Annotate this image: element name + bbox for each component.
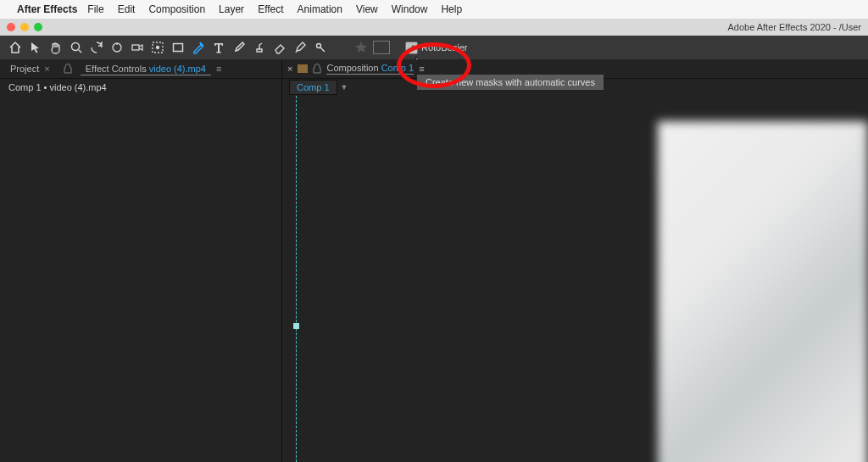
svg-point-4 bbox=[157, 47, 159, 49]
svg-rect-2 bbox=[132, 45, 139, 50]
composition-viewer[interactable] bbox=[282, 96, 868, 462]
zoom-window-icon[interactable] bbox=[34, 23, 42, 31]
panels-area: Project × Effect Controls video (4).mp4 … bbox=[0, 59, 868, 462]
mask-path-guide bbox=[296, 96, 297, 462]
fill-stroke-icon[interactable] bbox=[373, 41, 390, 54]
footage-preview bbox=[658, 121, 868, 462]
traffic-lights bbox=[7, 23, 42, 31]
panel-menu-icon[interactable]: ≡ bbox=[419, 64, 424, 74]
rotobezier-label: RotoBezier bbox=[421, 42, 467, 53]
menu-effect[interactable]: Effect bbox=[258, 3, 283, 15]
tab-project[interactable]: Project bbox=[5, 62, 44, 75]
mask-vertex-handle[interactable] bbox=[293, 323, 299, 329]
svg-rect-5 bbox=[174, 44, 183, 52]
menu-edit[interactable]: Edit bbox=[118, 3, 136, 15]
selection-tool-icon[interactable] bbox=[27, 39, 44, 56]
composition-panel: × Composition Comp 1 ≡ Comp 1 ▼ bbox=[282, 59, 868, 462]
ae-window: Adobe After Effects 2020 - /User RotoBez… bbox=[0, 19, 868, 462]
type-tool-icon[interactable] bbox=[210, 39, 227, 56]
window-titlebar: Adobe After Effects 2020 - /User bbox=[0, 19, 868, 36]
menu-layer[interactable]: Layer bbox=[219, 3, 244, 15]
eraser-tool-icon[interactable] bbox=[271, 39, 288, 56]
menu-file[interactable]: File bbox=[87, 3, 103, 15]
zoom-tool-icon[interactable] bbox=[68, 39, 85, 56]
close-icon[interactable]: × bbox=[44, 64, 49, 74]
svg-point-0 bbox=[72, 43, 80, 51]
menu-composition[interactable]: Composition bbox=[148, 3, 205, 15]
brush-tool-icon[interactable] bbox=[231, 39, 248, 56]
puppet-pin-tool-icon[interactable] bbox=[312, 39, 329, 56]
menu-animation[interactable]: Animation bbox=[298, 3, 342, 15]
rotobezier-checkbox[interactable] bbox=[405, 42, 418, 54]
project-panel-tabs: Project × Effect Controls video (4).mp4 … bbox=[0, 59, 281, 79]
tab-effect-controls-target: video (4).mp4 bbox=[149, 64, 206, 74]
rectangle-tool-icon[interactable] bbox=[170, 39, 186, 56]
comp-nav-tab[interactable]: Comp 1 bbox=[289, 80, 337, 95]
hand-tool-icon[interactable] bbox=[47, 39, 64, 56]
menu-view[interactable]: View bbox=[356, 3, 378, 15]
pen-tool-icon[interactable] bbox=[190, 39, 207, 56]
menu-help[interactable]: Help bbox=[441, 3, 462, 15]
menu-window[interactable]: Window bbox=[392, 3, 428, 15]
project-panel: Project × Effect Controls video (4).mp4 … bbox=[0, 59, 282, 462]
chevron-down-icon[interactable]: ▼ bbox=[341, 83, 348, 92]
tab-effect-controls-label: Effect Controls bbox=[86, 64, 147, 74]
window-title: Adobe After Effects 2020 - /User bbox=[727, 22, 861, 32]
home-icon[interactable] bbox=[7, 39, 24, 56]
lock-icon[interactable] bbox=[313, 64, 321, 74]
close-icon[interactable]: × bbox=[287, 64, 292, 74]
tab-composition-label[interactable]: Composition bbox=[326, 63, 378, 73]
tools-toolbar: RotoBezier bbox=[0, 36, 868, 60]
panel-menu-icon[interactable]: ≡ bbox=[216, 64, 221, 74]
project-breadcrumb: Comp 1 • video (4).mp4 bbox=[0, 79, 281, 96]
camera-tool-icon[interactable] bbox=[129, 39, 146, 56]
clone-stamp-tool-icon[interactable] bbox=[251, 39, 268, 56]
minimize-window-icon[interactable] bbox=[20, 23, 29, 31]
rotation-tool-icon[interactable] bbox=[108, 39, 125, 56]
orbit-tool-icon[interactable] bbox=[88, 39, 105, 56]
tooltip: Create new masks with automatic curves bbox=[417, 75, 604, 90]
roto-brush-tool-icon[interactable] bbox=[292, 39, 309, 56]
anchor-point-tool-icon[interactable] bbox=[149, 39, 166, 56]
lock-icon[interactable] bbox=[64, 64, 72, 74]
snapping-icon[interactable] bbox=[354, 41, 368, 54]
close-window-icon[interactable] bbox=[7, 23, 15, 31]
rotobezier-option[interactable]: RotoBezier bbox=[405, 42, 467, 54]
tab-composition-name[interactable]: Comp 1 bbox=[381, 63, 415, 73]
composition-icon bbox=[298, 64, 308, 73]
macos-menu-bar: After Effects File Edit Composition Laye… bbox=[0, 0, 868, 19]
app-name[interactable]: After Effects bbox=[17, 3, 77, 15]
tab-effect-controls[interactable]: Effect Controls video (4).mp4 bbox=[81, 62, 211, 75]
